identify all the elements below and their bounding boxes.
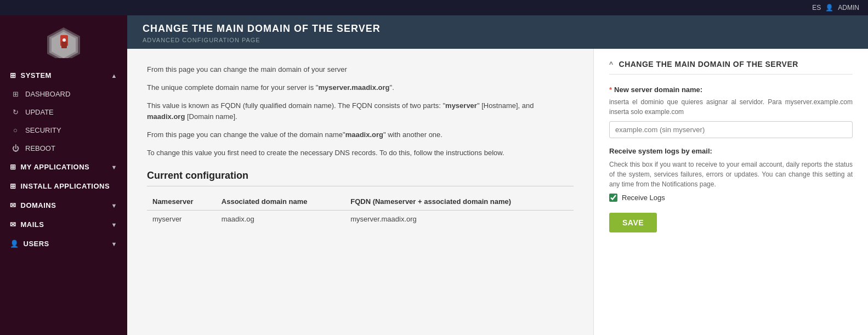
username: ADMIN	[838, 4, 859, 12]
cell-domain: maadix.og	[216, 210, 345, 228]
sidebar-section-system[interactable]: ⊞ SYSTEM ▲	[0, 66, 127, 85]
sidebar-nav: ⊞ SYSTEM ▲ ⊞ DASHBOARD ↻ UPDATE ○ SECURI…	[0, 66, 127, 335]
right-panel-header: ^ CHANGE THE MAIN DOMAIN OF THE SERVER	[609, 60, 853, 75]
domain-form-group: * New server domain name: inserta el dom…	[609, 86, 853, 138]
cell-nameserver: myserver	[147, 210, 216, 228]
col-fqdn: FQDN (Nameserver + associated domain nam…	[345, 193, 574, 211]
logo	[0, 15, 127, 66]
intro-para-1: From this page you can change the main d…	[147, 64, 574, 76]
config-table: Nameserver Associated domain name FQDN (…	[147, 193, 574, 228]
domain-name-bold: maadix.org	[345, 130, 383, 139]
dashboard-icon: ⊞	[11, 90, 20, 98]
sidebar-section-mails[interactable]: ✉ MAILS ▼	[0, 215, 127, 234]
col-associated-domain: Associated domain name	[216, 193, 345, 211]
main-content: CHANGE THE MAIN DOMAIN OF THE SERVER ADV…	[127, 15, 868, 335]
receive-logs-label[interactable]: Receive Logs	[622, 194, 665, 202]
logs-label: Receive system logs by email:	[609, 147, 712, 155]
my-applications-chevron: ▼	[111, 164, 117, 171]
current-config-title: Current configuration	[147, 170, 574, 186]
svg-rect-4	[61, 42, 67, 48]
sidebar-item-reboot[interactable]: ⏻ REBOOT	[0, 139, 127, 157]
svg-point-5	[63, 38, 66, 42]
content-area: From this page you can change the main d…	[127, 49, 868, 335]
logs-check-row: Receive Logs	[609, 194, 853, 202]
receive-logs-checkbox[interactable]	[609, 194, 617, 202]
my-applications-icon: ⊞	[10, 163, 16, 171]
logs-email-group: Receive system logs by email: Check this…	[609, 147, 853, 202]
mails-icon: ✉	[10, 220, 16, 229]
logs-hint: Check this box if you want to receive to…	[609, 160, 853, 189]
right-panel-title: CHANGE THE MAIN DOMAIN OF THE SERVER	[619, 60, 798, 69]
domain-hint: inserta el dominio que quieres asignar a…	[609, 97, 853, 117]
system-chevron: ▲	[111, 72, 117, 79]
users-chevron: ▼	[111, 241, 117, 247]
top-bar: ES 👤 ADMIN	[0, 0, 868, 15]
language-selector[interactable]: ES	[812, 4, 821, 12]
users-icon: 👤	[10, 240, 19, 248]
hostname-bold: myserver	[445, 101, 477, 110]
table-row: myserver maadix.og myserver.maadix.org	[147, 210, 574, 228]
reboot-icon: ⏻	[11, 144, 20, 152]
sidebar-section-domains[interactable]: ✉ DOMAINS ▼	[0, 196, 127, 215]
install-applications-icon: ⊞	[10, 182, 16, 190]
intro-para-4: From this page you can change the value …	[147, 129, 574, 141]
intro-para-5: To change this value you first need to c…	[147, 147, 574, 159]
sidebar: ⊞ SYSTEM ▲ ⊞ DASHBOARD ↻ UPDATE ○ SECURI…	[0, 15, 127, 335]
user-icon: 👤	[825, 4, 833, 12]
system-icon: ⊞	[10, 71, 16, 80]
server-fqdn-bold: myserver.maadix.org	[318, 83, 389, 92]
required-star: *	[609, 86, 612, 94]
page-header: CHANGE THE MAIN DOMAIN OF THE SERVER ADV…	[127, 15, 868, 49]
left-panel: From this page you can change the main d…	[127, 49, 594, 335]
domains-chevron: ▼	[111, 202, 117, 209]
page-title: CHANGE THE MAIN DOMAIN OF THE SERVER	[143, 23, 853, 35]
sidebar-section-my-applications[interactable]: ⊞ MY APPLICATIONS ▼	[0, 157, 127, 177]
domain-input[interactable]	[609, 121, 853, 138]
sidebar-item-update[interactable]: ↻ UPDATE	[0, 103, 127, 121]
update-icon: ↻	[11, 108, 20, 116]
cell-fqdn: myserver.maadix.org	[345, 210, 574, 228]
col-nameserver: Nameserver	[147, 193, 216, 211]
mails-chevron: ▼	[111, 222, 117, 228]
security-icon: ○	[11, 126, 20, 134]
intro-para-2: The unique complete domain name for your…	[147, 82, 574, 94]
chevron-up-icon: ^	[609, 60, 614, 68]
save-button[interactable]: SAVE	[609, 213, 657, 232]
sidebar-section-install-applications[interactable]: ⊞ INSTALL APPLICATIONS	[0, 177, 127, 196]
right-panel: ^ CHANGE THE MAIN DOMAIN OF THE SERVER *…	[594, 49, 868, 335]
domains-icon: ✉	[10, 201, 16, 209]
page-subtitle: ADVANCED CONFIGURATION PAGE	[143, 37, 853, 43]
sidebar-item-dashboard[interactable]: ⊞ DASHBOARD	[0, 85, 127, 103]
sidebar-section-users[interactable]: 👤 USERS ▼	[0, 234, 127, 253]
intro-para-3: This value is known as FQDN (fully quali…	[147, 100, 574, 123]
domain-bold: maadix.org	[147, 112, 185, 121]
sidebar-item-security[interactable]: ○ SECURITY	[0, 121, 127, 139]
logs-label-row: Receive system logs by email:	[609, 147, 853, 155]
domain-label: * New server domain name:	[609, 86, 853, 94]
